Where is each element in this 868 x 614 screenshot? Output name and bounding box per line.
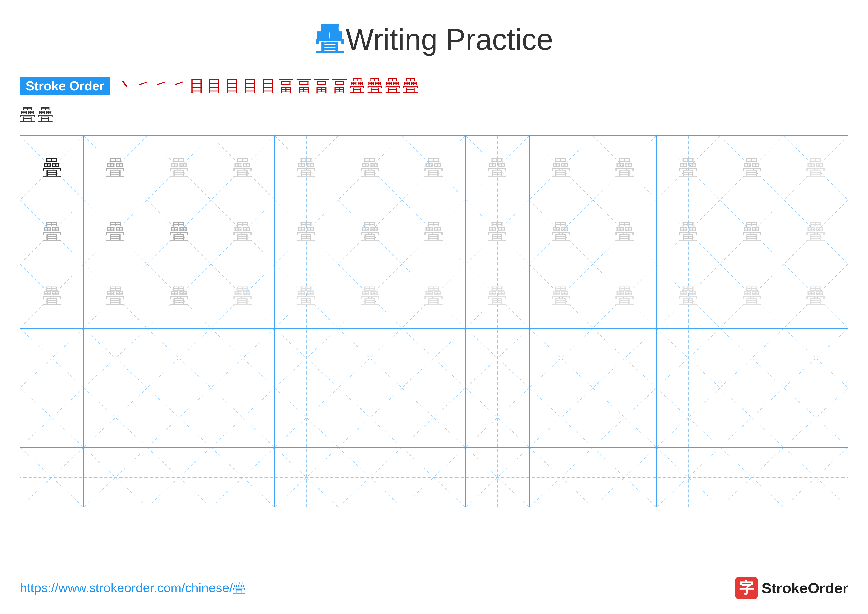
grid-cell-5-6[interactable] xyxy=(338,388,402,447)
grid-cell-6-12[interactable] xyxy=(720,448,784,507)
grid-cell-5-8[interactable] xyxy=(466,388,530,447)
grid-cell-2-7[interactable]: 疊 xyxy=(402,200,466,264)
grid-cell-2-10[interactable]: 疊 xyxy=(593,200,657,264)
grid-cell-2-8[interactable]: 疊 xyxy=(466,200,530,264)
cell-char-2-11: 疊 xyxy=(679,219,698,246)
grid-cell-4-10[interactable] xyxy=(593,329,657,388)
grid-cell-6-4[interactable] xyxy=(211,448,275,507)
grid-cell-2-1[interactable]: 疊 xyxy=(20,200,84,264)
cell-char-2-7: 疊 xyxy=(424,219,444,246)
svg-line-122 xyxy=(593,388,656,447)
grid-cell-3-10[interactable]: 疊 xyxy=(593,264,657,328)
grid-cell-1-7[interactable]: 疊 xyxy=(402,136,466,200)
cell-char-2-2: 疊 xyxy=(105,219,126,246)
svg-line-80 xyxy=(84,329,147,388)
grid-cell-2-12[interactable]: 疊 xyxy=(720,200,784,264)
grid-cell-6-10[interactable] xyxy=(593,448,657,507)
grid-cell-1-8[interactable]: 疊 xyxy=(466,136,530,200)
title-chinese-char: 疊 xyxy=(315,23,345,56)
svg-line-79 xyxy=(20,329,84,388)
grid-cell-4-6[interactable] xyxy=(338,329,402,388)
grid-cell-1-6[interactable]: 疊 xyxy=(338,136,402,200)
grid-cell-2-5[interactable]: 疊 xyxy=(275,200,338,264)
grid-cell-6-1[interactable] xyxy=(20,448,84,507)
grid-cell-3-12[interactable]: 疊 xyxy=(720,264,784,328)
grid-cell-5-10[interactable] xyxy=(593,388,657,447)
grid-cell-3-11[interactable]: 疊 xyxy=(657,264,720,328)
grid-cell-3-2[interactable]: 疊 xyxy=(84,264,147,328)
grid-cell-4-1[interactable] xyxy=(20,329,84,388)
grid-cell-5-4[interactable] xyxy=(211,388,275,447)
grid-cell-6-3[interactable] xyxy=(147,448,211,507)
grid-cell-6-5[interactable] xyxy=(275,448,338,507)
grid-cell-1-3[interactable]: 疊 xyxy=(147,136,211,200)
grid-cell-2-3[interactable]: 疊 xyxy=(147,200,211,264)
footer-logo-text: StrokeOrder xyxy=(762,580,848,597)
stroke-17: 疊 xyxy=(403,75,418,96)
grid-cell-2-13[interactable]: 疊 xyxy=(784,200,848,264)
grid-cell-4-2[interactable] xyxy=(84,329,147,388)
grid-cell-3-9[interactable]: 疊 xyxy=(530,264,593,328)
grid-cell-4-5[interactable] xyxy=(275,329,338,388)
cell-char-3-13: 疊 xyxy=(806,283,826,309)
stroke-order-area: Stroke Order 丶 ㇀ ㇀ ㇀ 目 目 目 目 目 畐 畐 畐 畐 疊… xyxy=(0,70,868,101)
grid-cell-1-4[interactable]: 疊 xyxy=(211,136,275,200)
grid-cell-3-3[interactable]: 疊 xyxy=(147,264,211,328)
grid-cell-5-11[interactable] xyxy=(657,388,720,447)
grid-cell-3-13[interactable]: 疊 xyxy=(784,264,848,328)
grid-cell-3-5[interactable]: 疊 xyxy=(275,264,338,328)
grid-cell-4-8[interactable] xyxy=(466,329,530,388)
grid-cell-4-12[interactable] xyxy=(720,329,784,388)
grid-cell-1-11[interactable]: 疊 xyxy=(657,136,720,200)
svg-line-110 xyxy=(211,388,274,447)
grid-cell-6-9[interactable] xyxy=(530,448,593,507)
grid-cell-3-4[interactable]: 疊 xyxy=(211,264,275,328)
grid-cell-2-2[interactable]: 疊 xyxy=(84,200,147,264)
grid-cell-6-7[interactable] xyxy=(402,448,466,507)
stroke-order-line2: 疊 疊 xyxy=(0,104,868,131)
grid-cell-5-5[interactable] xyxy=(275,388,338,447)
grid-cell-1-13[interactable]: 疊 xyxy=(784,136,848,200)
grid-cell-4-4[interactable] xyxy=(211,329,275,388)
svg-line-108 xyxy=(147,388,211,447)
grid-cell-6-6[interactable] xyxy=(338,448,402,507)
grid-cell-4-3[interactable] xyxy=(147,329,211,388)
grid-cell-2-9[interactable]: 疊 xyxy=(530,200,593,264)
svg-line-85 xyxy=(211,329,274,388)
svg-line-99 xyxy=(657,329,720,388)
grid-cell-1-12[interactable]: 疊 xyxy=(720,136,784,200)
svg-line-146 xyxy=(530,448,593,507)
grid-cell-4-7[interactable] xyxy=(402,329,466,388)
grid-cell-4-9[interactable] xyxy=(530,329,593,388)
grid-cell-1-5[interactable]: 疊 xyxy=(275,136,338,200)
grid-cell-2-4[interactable]: 疊 xyxy=(211,200,275,264)
grid-cell-5-2[interactable] xyxy=(84,388,147,447)
grid-cell-4-13[interactable] xyxy=(784,329,848,388)
grid-cell-6-2[interactable] xyxy=(84,448,147,507)
grid-cell-3-6[interactable]: 疊 xyxy=(338,264,402,328)
grid-cell-5-13[interactable] xyxy=(784,388,848,447)
grid-cell-5-9[interactable] xyxy=(530,388,593,447)
grid-cell-1-10[interactable]: 疊 xyxy=(593,136,657,200)
grid-cell-3-7[interactable]: 疊 xyxy=(402,264,466,328)
grid-row-1: 疊 疊 疊 疊 xyxy=(20,136,848,200)
grid-cell-5-3[interactable] xyxy=(147,388,211,447)
grid-cell-1-1[interactable]: 疊 xyxy=(20,136,84,200)
grid-cell-2-11[interactable]: 疊 xyxy=(657,200,720,264)
grid-cell-3-1[interactable]: 疊 xyxy=(20,264,84,328)
grid-cell-1-9[interactable]: 疊 xyxy=(530,136,593,200)
grid-cell-5-1[interactable] xyxy=(20,388,84,447)
grid-cell-5-7[interactable] xyxy=(402,388,466,447)
footer-url-link[interactable]: https://www.strokeorder.com/chinese/疊 xyxy=(20,579,246,597)
grid-cell-6-8[interactable] xyxy=(466,448,530,507)
grid-cell-2-6[interactable]: 疊 xyxy=(338,200,402,264)
svg-line-113 xyxy=(275,388,338,447)
grid-cell-4-11[interactable] xyxy=(657,329,720,388)
grid-cell-1-2[interactable]: 疊 xyxy=(84,136,147,200)
grid-cell-6-11[interactable] xyxy=(657,448,720,507)
grid-row-5 xyxy=(20,388,848,448)
svg-line-111 xyxy=(211,388,274,447)
grid-cell-5-12[interactable] xyxy=(720,388,784,447)
grid-cell-3-8[interactable]: 疊 xyxy=(466,264,530,328)
grid-cell-6-13[interactable] xyxy=(784,448,848,507)
